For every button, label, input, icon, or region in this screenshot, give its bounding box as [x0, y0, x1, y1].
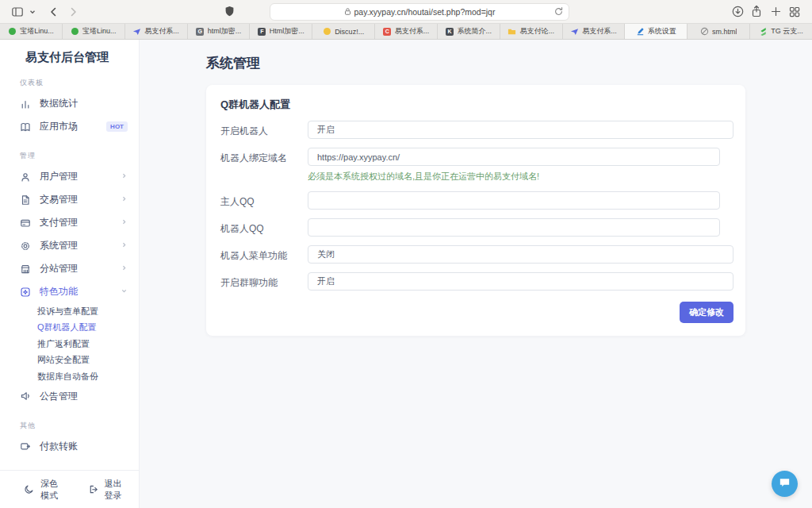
gear-icon — [20, 241, 31, 252]
new-tab-icon[interactable] — [766, 3, 785, 21]
sidebar-subitem-db-auto-backup[interactable]: 数据库自动备份 — [0, 368, 139, 385]
chevron-down-icon[interactable] — [27, 3, 38, 21]
field-hint-robot-domain: 必须是本系统授权过的域名,且是你正在运营中的易支付域名! — [308, 171, 733, 183]
url-bar[interactable]: pay.xyypay.cn/houtai/set.php?mod=jqr — [270, 3, 569, 21]
tab-label: 易支付系... — [144, 26, 179, 37]
sidebar-item-label: 支付管理 — [40, 216, 112, 229]
sidebar-item-label: 付款转账 — [40, 440, 128, 453]
sidebar-section-label: 其他 — [20, 421, 139, 431]
sidebar-item-payment-mgmt[interactable]: 支付管理 — [0, 211, 139, 234]
field-wrap-owner-qq — [308, 191, 733, 210]
sidebar-subitem-promo-rebate-config[interactable]: 推广返利配置 — [0, 336, 139, 352]
sidebar-section-label: 管理 — [20, 151, 139, 161]
confirm-submit-button[interactable]: 确定修改 — [680, 302, 733, 323]
field-label-robot-qq: 机器人QQ — [220, 218, 308, 236]
seal-pen-icon — [636, 27, 645, 36]
sidebar-item-user-mgmt[interactable]: 用户管理 — [0, 165, 139, 188]
tab-label: 宝塔Linu... — [20, 26, 54, 37]
browser-tab-epay-system-1[interactable]: 易支付系... — [125, 24, 188, 39]
robot-menu-feature-input[interactable] — [308, 245, 733, 264]
dark-mode-label: 深色模式 — [40, 478, 61, 502]
browser-tab-html-encrypt-1[interactable]: Ghtml加密... — [188, 24, 251, 39]
sidebar-item-data-stats[interactable]: 数据统计 — [0, 92, 139, 115]
browser-tab-tg-cloud[interactable]: TG 云支... — [750, 24, 812, 39]
sidebar-item-substation-mgmt[interactable]: 分站管理 — [0, 257, 139, 280]
browser-tab-baota-1[interactable]: 宝塔Linu... — [0, 24, 63, 39]
browser-tab-epay-system-3[interactable]: 易支付系... — [563, 24, 626, 39]
field-label-enable-robot: 开启机器人 — [220, 121, 308, 138]
sidebar-toggle-icon[interactable] — [8, 3, 27, 21]
sidebar-item-label: 系统管理 — [40, 239, 112, 252]
tab-label: TG 云支... — [771, 26, 803, 37]
chevron-right-icon — [121, 218, 128, 227]
browser-toolbar: pay.xyypay.cn/houtai/set.php?mod=jqr — [0, 0, 812, 24]
sidebar-title: 易支付后台管理 — [0, 40, 139, 65]
browser-tab-discuz[interactable]: Discuz!... — [312, 24, 375, 39]
page-content: 易支付后台管理 仪表板数据统计应用市场HOT管理用户管理交易管理支付管理系统管理… — [0, 40, 812, 508]
system-intro-icon: K — [446, 27, 454, 36]
browser-tab-system-settings[interactable]: 系统设置 — [625, 24, 688, 39]
tg-cloud-pay-icon — [759, 27, 768, 36]
main-panel: 系统管理 Q群机器人配置 开启机器人机器人绑定域名必须是本系统授权过的域名,且是… — [140, 40, 812, 508]
tab-overview-icon[interactable] — [785, 3, 804, 21]
group-chat-feature-input[interactable] — [308, 272, 733, 291]
browser-tab-html-encrypt-2[interactable]: FHtml加密... — [250, 24, 312, 39]
speaker-icon — [20, 391, 31, 402]
browser-tab-baota-2[interactable]: 宝塔Linu... — [63, 24, 125, 39]
privacy-shield-icon[interactable] — [224, 5, 236, 21]
sidebar-item-trade-mgmt[interactable]: 交易管理 — [0, 188, 139, 211]
browser-tab-epay-system-2[interactable]: C易支付系... — [375, 24, 438, 39]
sidebar: 易支付后台管理 仪表板数据统计应用市场HOT管理用户管理交易管理支付管理系统管理… — [0, 40, 140, 508]
robot-domain-input[interactable] — [308, 148, 720, 166]
sidebar-item-announcement-mgmt[interactable]: 公告管理 — [0, 385, 139, 408]
enable-robot-input[interactable] — [308, 121, 733, 139]
folder-icon — [508, 27, 516, 36]
back-icon[interactable] — [44, 3, 63, 21]
browser-window: pay.xyypay.cn/houtai/set.php?mod=jqr 宝塔L… — [0, 0, 812, 508]
browser-tab-system-intro[interactable]: K系统简介... — [438, 24, 500, 39]
sidebar-item-system-mgmt[interactable]: 系统管理 — [0, 234, 139, 257]
field-label-robot-domain: 机器人绑定域名 — [220, 148, 308, 165]
sidebar-subitem-site-security-config[interactable]: 网站安全配置 — [0, 352, 139, 369]
baota-panel-icon — [8, 27, 17, 36]
sidebar-section-label: 仪表板 — [20, 78, 139, 88]
logout-button[interactable]: 退出登录 — [88, 478, 125, 502]
browser-tab-sm-html[interactable]: sm.html — [688, 24, 750, 39]
sidebar-subitem-complaint-order-config[interactable]: 投诉与查单配置 — [0, 303, 139, 320]
chat-widget-button[interactable] — [772, 471, 798, 497]
robot-qq-input[interactable] — [308, 218, 720, 237]
field-wrap-group-chat-feature — [308, 272, 733, 291]
tab-label: 宝塔Linu... — [82, 26, 117, 37]
sidebar-footer: 深色模式 退出登录 — [0, 470, 139, 508]
logout-label: 退出登录 — [105, 478, 125, 502]
owner-qq-input[interactable] — [308, 191, 720, 210]
chevron-right-icon — [121, 241, 128, 250]
sidebar-item-label: 数据统计 — [40, 97, 128, 110]
share-icon[interactable] — [747, 3, 766, 21]
form-row-robot-domain: 机器人绑定域名必须是本系统授权过的域名,且是你正在运营中的易支付域名! — [220, 148, 733, 183]
chevron-down-icon — [121, 287, 128, 296]
paper-plane-icon — [570, 27, 579, 36]
sidebar-item-app-market[interactable]: 应用市场HOT — [0, 115, 139, 138]
bar-chart-icon — [20, 98, 31, 110]
forward-icon[interactable] — [63, 3, 82, 21]
card-icon — [20, 217, 31, 229]
logout-icon — [88, 484, 98, 495]
discuz-icon — [323, 27, 331, 36]
button-row: 确定修改 — [220, 302, 733, 323]
sidebar-subitem-qq-robot-config[interactable]: Q群机器人配置 — [0, 320, 139, 337]
chevron-right-icon — [121, 195, 128, 204]
field-wrap-enable-robot — [308, 121, 733, 139]
html-encrypt-icon: G — [196, 27, 205, 36]
url-text: pay.xyypay.cn/houtai/set.php?mod=jqr — [354, 7, 496, 17]
form-row-group-chat-feature: 开启群聊功能 — [220, 272, 733, 291]
sidebar-item-featured-functions[interactable]: 特色功能 — [0, 280, 139, 303]
form-row-robot-menu-feature: 机器人菜单功能 — [220, 245, 733, 264]
downloads-icon[interactable] — [728, 3, 747, 21]
browser-tab-epay-forum[interactable]: 易支付论... — [500, 24, 563, 39]
book-icon — [20, 121, 31, 133]
sidebar-item-payment-transfer[interactable]: 付款转账 — [0, 435, 139, 458]
reload-icon[interactable] — [553, 6, 564, 18]
dark-mode-toggle[interactable]: 深色模式 — [24, 478, 61, 502]
baota-panel-icon — [71, 27, 79, 36]
